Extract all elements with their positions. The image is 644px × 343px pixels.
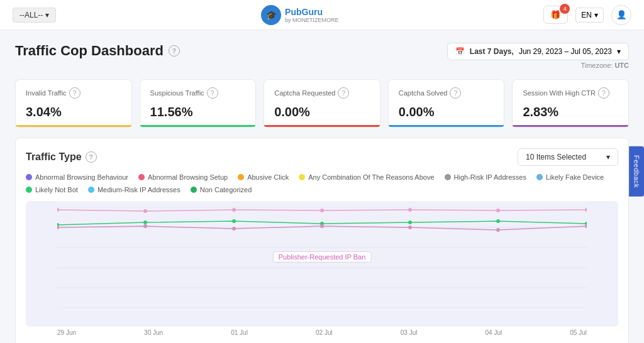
legend-dot-6	[26, 187, 32, 193]
legend-item-8: Non Categorized	[191, 186, 252, 193]
x-label-2: 01 Jul	[231, 329, 248, 336]
all-dropdown[interactable]: --ALL-- ▾	[13, 8, 56, 23]
stat-help-1[interactable]: ?	[207, 87, 218, 99]
x-label-4: 03 Jul	[401, 329, 418, 336]
logo: 🎓 PubGuru by MONETIZEMORE	[261, 5, 339, 25]
header-right: 🎁 4 EN ▾ 👤	[543, 5, 631, 25]
user-icon: 👤	[616, 10, 627, 19]
stat-label-4: Session With High CTR ?	[523, 87, 618, 99]
chart-container: 100% 80% 60% 40% 20% 0%	[26, 201, 618, 336]
stat-value-4: 2.83%	[523, 105, 618, 119]
legend-dot-1	[138, 174, 145, 180]
svg-point-7	[143, 209, 147, 213]
svg-point-6	[57, 208, 59, 212]
items-select-dropdown[interactable]: 10 Items Selected ▾	[518, 148, 618, 166]
x-label-0: 29 Jun	[57, 329, 76, 336]
stat-help-4[interactable]: ?	[598, 87, 609, 99]
legend-item-7: Medium-Risk IP Addresses	[88, 186, 180, 193]
legend-label-3: Any Combination Of The Reasons Above	[308, 173, 434, 181]
page-help-icon[interactable]: ?	[169, 45, 180, 57]
svg-point-11	[496, 209, 500, 212]
header: --ALL-- ▾ 🎓 PubGuru by MONETIZEMORE 🎁 4 …	[0, 0, 644, 30]
items-chevron: ▾	[606, 153, 610, 161]
feedback-tab[interactable]: Feedback	[629, 146, 644, 197]
svg-point-24	[408, 226, 412, 229]
stat-card-suspicious-traffic: Suspicious Traffic ? 11.56%	[140, 79, 257, 128]
svg-point-15	[232, 219, 236, 223]
x-label-1: 30 Jun	[144, 329, 163, 336]
date-range-area: 📅 Last 7 Days, Jun 29, 2023 – Jul 05, 20…	[447, 43, 629, 69]
stat-label-2: Captcha Requested ?	[274, 87, 370, 99]
chart-tooltip: Publisher-Requested IP Ban	[273, 251, 372, 263]
legend-label-0: Abnormal Browsing Behaviour	[35, 173, 128, 181]
user-button[interactable]: 👤	[611, 5, 631, 25]
svg-point-10	[408, 208, 412, 212]
svg-point-22	[232, 227, 236, 231]
logo-name: PubGuru	[285, 7, 339, 17]
svg-point-20	[57, 226, 59, 229]
language-button[interactable]: EN ▾	[575, 8, 604, 23]
legend-label-5: Likely Fake Device	[546, 173, 604, 181]
legend-dot-2	[238, 174, 244, 180]
page-title-area: Traffic Cop Dashboard ?	[15, 43, 180, 59]
legend-label-4: High-Risk IP Addresses	[454, 173, 526, 181]
legend-dot-0	[26, 174, 32, 180]
stat-label-1: Suspicious Traffic ?	[150, 87, 246, 99]
gift-badge: 4	[560, 4, 570, 14]
legend-dot-8	[191, 187, 197, 193]
main-content: Traffic Cop Dashboard ? 📅 Last 7 Days, J…	[0, 30, 644, 343]
stat-help-2[interactable]: ?	[338, 87, 349, 99]
page-title: Traffic Cop Dashboard	[15, 43, 164, 59]
items-selected-label: 10 Items Selected	[526, 153, 586, 161]
legend-dot-5	[536, 174, 543, 180]
svg-point-18	[496, 219, 500, 223]
date-value: Jun 29, 2023 – Jul 05, 2023	[519, 47, 612, 56]
chart-title: Traffic Type ?	[26, 151, 97, 163]
chart-plot-area: Publisher-Requested IP Ban	[26, 201, 618, 327]
lang-chevron: ▾	[594, 11, 598, 19]
legend-item-2: Abusive Click	[238, 173, 289, 181]
legend-label-8: Non Categorized	[200, 186, 252, 193]
timezone-row: Timezone: UTC	[580, 62, 629, 69]
logo-sub: by MONETIZEMORE	[285, 17, 339, 23]
x-axis: 29 Jun 30 Jun 01 Jul 02 Jul 03 Jul 04 Ju…	[26, 327, 618, 336]
logo-icon: 🎓	[261, 5, 281, 25]
legend-dot-3	[299, 174, 305, 180]
stat-value-0: 3.04%	[26, 105, 121, 119]
logo-text-block: PubGuru by MONETIZEMORE	[285, 7, 339, 23]
stat-value-3: 0.00%	[399, 105, 494, 119]
stat-card-captcha-requested: Captcha Requested ? 0.00%	[264, 79, 380, 128]
legend-item-6: Likely Not Bot	[26, 186, 78, 193]
x-label-5: 04 Jul	[486, 329, 502, 336]
legend-label-6: Likely Not Bot	[35, 186, 78, 193]
legend-label-1: Abnormal Browsing Setup	[148, 173, 228, 181]
stat-card-session-ctr: Session With High CTR ? 2.83%	[512, 79, 629, 128]
page-header: Traffic Cop Dashboard ? 📅 Last 7 Days, J…	[15, 43, 629, 69]
svg-point-9	[320, 209, 324, 212]
stat-card-captcha-solved: Captcha Solved ? 0.00%	[388, 79, 505, 128]
stat-help-3[interactable]: ?	[450, 87, 461, 99]
calendar-icon: 📅	[455, 47, 465, 56]
stat-value-1: 11.56%	[150, 105, 246, 119]
svg-point-12	[585, 208, 587, 212]
svg-point-25	[496, 228, 500, 232]
legend-label-7: Medium-Risk IP Addresses	[97, 186, 180, 193]
legend-item-1: Abnormal Browsing Setup	[138, 173, 228, 181]
all-label: --ALL--	[19, 11, 43, 19]
legend-dot-4	[445, 174, 451, 180]
chart-help-icon[interactable]: ?	[86, 151, 97, 163]
dropdown-chevron: ▾	[45, 11, 49, 19]
x-label-6: 05 Jul	[570, 329, 587, 336]
stat-help-0[interactable]: ?	[69, 87, 80, 99]
legend-item-0: Abnormal Browsing Behaviour	[26, 173, 128, 181]
stat-label-3: Captcha Solved ?	[399, 87, 494, 99]
legend-item-5: Likely Fake Device	[536, 173, 604, 181]
legend-item-3: Any Combination Of The Reasons Above	[299, 173, 434, 181]
gift-button[interactable]: 🎁 4	[543, 6, 568, 24]
legend-item-4: High-Risk IP Addresses	[445, 173, 526, 181]
traffic-type-card: Traffic Type ? 10 Items Selected ▾ Abnor…	[15, 138, 629, 343]
svg-point-14	[143, 220, 147, 224]
header-left: --ALL-- ▾	[13, 8, 56, 23]
date-chevron: ▾	[617, 47, 621, 56]
date-range-button[interactable]: 📅 Last 7 Days, Jun 29, 2023 – Jul 05, 20…	[447, 43, 629, 60]
